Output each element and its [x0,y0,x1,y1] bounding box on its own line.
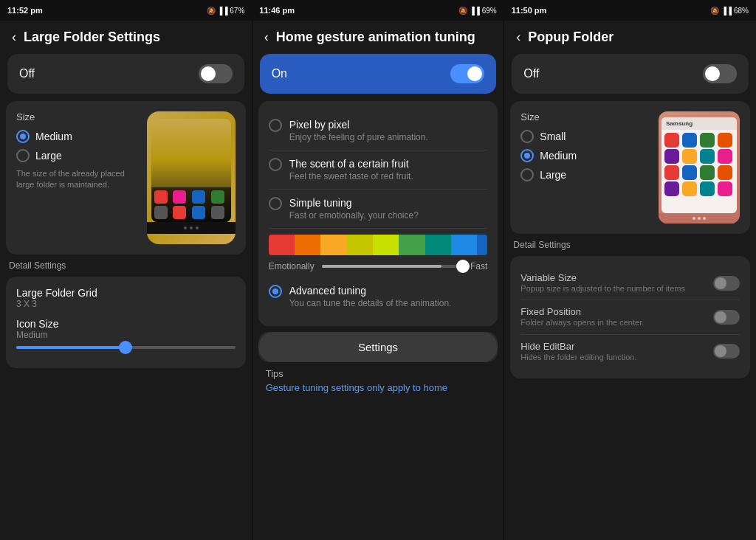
popup-app-icon [664,149,679,164]
slider-label-left: Emotionally [269,261,315,271]
option-simple-text: Simple tuning Fast or emotionally, your … [289,197,419,221]
color-yellow [347,235,373,255]
phone-screen-content [151,119,231,222]
back-arrow-left[interactable]: ‹ [12,30,16,45]
icons-middle: 🔕 ▐▐ 69% [458,7,497,15]
radio-pixel [269,119,282,132]
radio-large[interactable]: Large [16,149,140,162]
detail-grid-sub: 3 X 3 [16,299,236,309]
radio-medium-popup[interactable]: Medium [520,149,651,162]
toggle-hide-editbar: Hide EditBar Hides the folder editing fu… [520,335,740,368]
option-advanced[interactable]: Advanced tuning You can tune the details… [269,277,488,316]
toggle-right[interactable] [703,64,737,83]
toggle-row-right[interactable]: Off [512,54,749,94]
pb-dot [693,217,695,220]
radio-circle-small [520,130,534,143]
toggle-fixed-position-control[interactable] [713,310,740,325]
toggle-hide-editbar-control[interactable] [713,344,740,359]
detail-section-label-right: Detail Settings [510,240,750,250]
option-pixel[interactable]: Pixel by pixel Enjoy the feeling of pure… [269,111,488,150]
toggle-left[interactable] [199,64,233,83]
radio-fruit [269,158,282,171]
toggle-row-left[interactable]: Off [7,54,244,94]
speed-slider-fill [322,265,442,268]
popup-app-icon [718,149,732,164]
fixed-position-sub: Folder always opens in the center. [520,317,707,328]
panel-header-middle: ‹ Home gesture animation tuning [252,21,504,54]
panel-title-left: Large Folder Settings [24,30,160,45]
pb-dot [703,217,706,220]
time-right: 11:50 pm [512,6,547,15]
app-icon [173,190,186,204]
toggle-middle[interactable] [450,64,484,83]
panel-large-folder: ‹ Large Folder Settings Off Size Medium [0,21,252,540]
panel-gesture: ‹ Home gesture animation tuning On Pixel… [252,21,505,540]
detail-icon-size-title: Icon Size [16,318,236,330]
color-teal [425,235,451,255]
panel-title-right: Popup Folder [528,30,614,45]
option-fruit[interactable]: The scent of a certain fruit Feel the sw… [269,150,488,190]
toggle-small-knob [715,311,726,323]
tips-text: Gesture tuning settings only apply to ho… [266,382,491,393]
popup-app-icon [664,181,679,196]
option-advanced-title: Advanced tuning [289,285,452,297]
slider-label-right: Fast [470,261,487,271]
toggle-label-middle: On [272,67,287,80]
icons-right: 🔕 ▐▐ 68% [710,7,749,15]
status-bar-middle: 11:46 pm 🔕 ▐▐ 69% [252,0,504,21]
radio-small[interactable]: Small [520,130,651,143]
app-icon [211,190,224,204]
popup-app-icon [682,165,697,180]
hide-editbar-sub: Hides the folder editing function. [520,352,707,362]
status-bars: 11:52 pm 🔕 ▐▐ 67% 11:46 pm 🔕 ▐▐ 69% 11:5… [0,0,756,21]
icon-size-slider-track[interactable] [16,346,236,349]
option-simple-sub: Fast or emotionally, your choice? [289,210,419,221]
option-advanced-text: Advanced tuning You can tune the details… [289,285,452,308]
variable-size-sub: Popup size is adjusted to the number of … [520,283,707,294]
radio-medium[interactable]: Medium [16,130,140,143]
phone-bar-dots [184,226,199,229]
radio-circle-large-popup [520,168,534,181]
panel-title-middle: Home gesture animation tuning [276,30,475,45]
icon-size-slider-thumb[interactable] [119,341,132,354]
fixed-position-text: Fixed Position Folder always opens in th… [520,306,707,328]
app-icon [173,206,186,219]
card-detail-right: Variable Size Popup size is adjusted to … [510,256,750,378]
toggle-row-middle[interactable]: On [260,54,497,94]
popup-app-icon [718,133,732,148]
panel-header-left: ‹ Large Folder Settings [0,21,252,54]
option-simple[interactable]: Simple tuning Fast or emotionally, your … [269,190,488,229]
app-icon [154,190,168,204]
back-arrow-middle[interactable]: ‹ [264,30,269,45]
panels-container: ‹ Large Folder Settings Off Size Medium [0,21,756,540]
card-options: Pixel by pixel Enjoy the feeling of pure… [258,101,498,326]
toggle-variable-size-control[interactable] [713,276,740,291]
speed-slider-track[interactable] [322,265,463,268]
icon-size-slider-fill [16,346,126,349]
icons-left: 🔕 ▐▐ 67% [207,7,245,15]
popup-apps-grid [662,130,737,199]
speed-slider-row: Emotionally Fast [269,261,488,271]
pb-dot [698,217,701,220]
option-pixel-title: Pixel by pixel [289,119,428,131]
settings-button[interactable]: Settings [258,332,498,362]
popup-bar-dots [693,217,706,220]
hide-editbar-text: Hide EditBar Hides the folder editing fu… [520,341,707,362]
popup-screen: Samsung [662,117,737,213]
radio-large-popup[interactable]: Large [520,168,651,181]
hide-editbar-title: Hide EditBar [520,341,707,352]
speed-slider-thumb[interactable] [456,260,470,273]
popup-app-icon [718,165,732,180]
detail-icon-size-sub: Medium [16,330,236,340]
size-options: Size Medium Large The size of the alread… [16,111,140,191]
toggle-variable-size: Variable Size Popup size is adjusted to … [520,266,740,300]
card-settings-btn: Settings [258,332,498,362]
bar-dot [190,226,193,229]
popup-bar [659,213,740,224]
radio-circle-medium [16,130,30,143]
option-advanced-sub: You can tune the details of the animatio… [289,298,452,308]
option-fruit-title: The scent of a certain fruit [289,158,413,170]
color-orange [295,235,320,255]
back-arrow-right[interactable]: ‹ [516,30,520,45]
popup-preview-area: Size Small Medium Large [520,111,740,224]
